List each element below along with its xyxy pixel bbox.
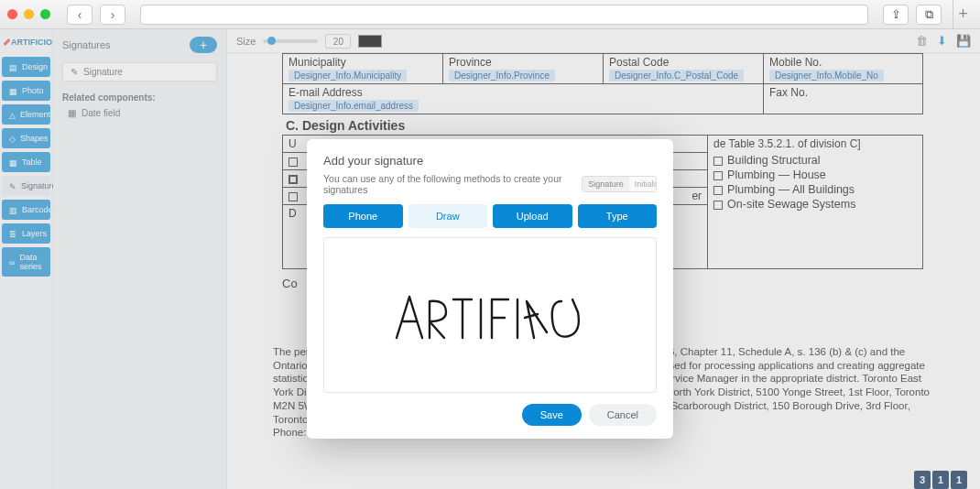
browser-chrome: ‹ › ⇪ ⧉ + — [0, 0, 980, 29]
cancel-button[interactable]: Cancel — [589, 404, 657, 426]
handwritten-signature-svg — [389, 274, 591, 356]
modal-subtitle: You can use any of the following methods… — [323, 173, 582, 195]
tab-phone[interactable]: Phone — [323, 204, 403, 228]
tab-upload[interactable]: Upload — [493, 204, 572, 228]
new-tab-button[interactable]: + — [953, 0, 973, 29]
share-icon[interactable]: ⇪ — [883, 5, 909, 25]
add-signature-modal: Add your signature You can use any of th… — [307, 139, 673, 439]
modal-backdrop[interactable]: Add your signature You can use any of th… — [0, 29, 980, 489]
minimize-window-icon[interactable] — [24, 9, 34, 19]
toggle-initials[interactable]: Initials — [629, 177, 657, 191]
back-button[interactable]: ‹ — [67, 5, 93, 25]
save-button[interactable]: Save — [522, 404, 582, 426]
zoom-window-icon[interactable] — [40, 9, 50, 19]
forward-button[interactable]: › — [100, 5, 125, 25]
address-bar[interactable] — [140, 5, 868, 25]
signature-draw-area[interactable] — [323, 237, 657, 393]
toggle-signature[interactable]: Signature — [583, 177, 629, 191]
signature-method-tabs: Phone Draw Upload Type — [323, 204, 657, 228]
window-controls — [7, 9, 50, 19]
tab-draw[interactable]: Draw — [408, 204, 488, 228]
close-window-icon[interactable] — [7, 9, 17, 19]
tabs-icon[interactable]: ⧉ — [916, 5, 942, 25]
tab-type[interactable]: Type — [578, 204, 658, 228]
modal-title: Add your signature — [323, 154, 657, 168]
signature-initials-toggle[interactable]: Signature Initials — [582, 176, 657, 192]
